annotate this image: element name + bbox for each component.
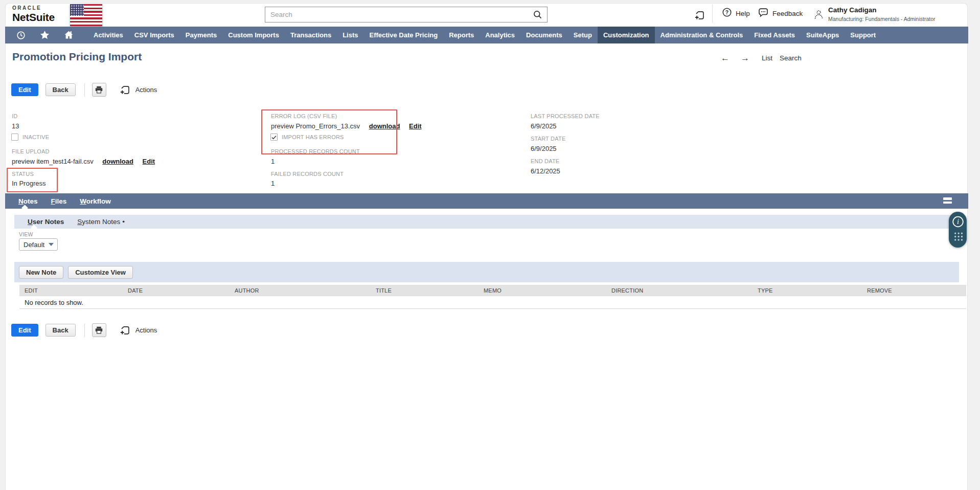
nav-item-transactions[interactable]: Transactions	[285, 27, 337, 43]
column-header-memo[interactable]: MEMO	[484, 285, 502, 296]
edit-button-bottom[interactable]: Edit	[11, 324, 38, 337]
nav-item-payments[interactable]: Payments	[180, 27, 222, 43]
search-icon[interactable]	[533, 10, 542, 19]
notes-toolbar-strip: New Note Customize View	[14, 262, 959, 282]
main-navbar: Activities CSV Imports Payments Custom I…	[5, 27, 968, 43]
column-header-date[interactable]: DATE	[128, 285, 143, 296]
nav-item-documents[interactable]: Documents	[520, 27, 568, 43]
info-icon[interactable]: i	[951, 215, 964, 230]
column-header-title[interactable]: TITLE	[376, 285, 392, 296]
tab-notes[interactable]: Notes	[18, 197, 38, 205]
actions-menu[interactable]: Actions	[120, 84, 157, 95]
global-search	[265, 7, 548, 23]
import-has-errors-label: IMPORT HAS ERRORS	[282, 134, 344, 140]
error-log-edit-link[interactable]: Edit	[409, 122, 422, 130]
feedback-menu[interactable]: Feedback	[758, 0, 803, 27]
file-upload-label: FILE UPLOAD	[12, 148, 50, 154]
shortcuts-star-icon[interactable]	[33, 27, 57, 43]
nav-item-activities[interactable]: Activities	[88, 27, 129, 43]
page-title: Promotion Pricing Import	[12, 51, 142, 63]
file-download-link[interactable]: download	[102, 158, 133, 165]
roles-icon[interactable]	[812, 8, 825, 21]
back-button-bottom[interactable]: Back	[45, 324, 76, 337]
quick-add-icon[interactable]	[693, 8, 706, 21]
user-menu[interactable]: Cathy Cadigan Manufacturing: Fundamental…	[828, 6, 936, 23]
column-header-type[interactable]: TYPE	[758, 285, 773, 296]
edit-button[interactable]: Edit	[11, 83, 38, 96]
nav-item-customization[interactable]: Customization	[598, 27, 655, 43]
actions-label: Actions	[135, 326, 157, 334]
column-header-author[interactable]: AUTHOR	[235, 285, 259, 296]
nav-item-fixed-assets[interactable]: Fixed Assets	[748, 27, 801, 43]
header-divider	[712, 5, 713, 23]
start-date-value: 6/9/2025	[531, 145, 557, 152]
netsuite-logo[interactable]: ORACLE NetSuite	[12, 6, 55, 23]
status-field-label: STATUS	[12, 171, 34, 177]
view-select-value: Default	[19, 241, 49, 249]
view-select[interactable]: Default	[19, 238, 58, 251]
nav-item-csv-imports[interactable]: CSV Imports	[129, 27, 180, 43]
document-plus-icon	[120, 84, 130, 95]
collapse-tabs-icon[interactable]	[943, 197, 952, 205]
document-plus-icon	[120, 325, 130, 336]
search-link[interactable]: Search	[780, 54, 802, 62]
content-card	[5, 3, 968, 490]
nav-item-reports[interactable]: Reports	[443, 27, 480, 43]
help-menu[interactable]: ? Help	[722, 0, 750, 27]
global-search-input[interactable]	[265, 11, 533, 18]
file-upload-value: preview item_test14-fail.csv download Ed…	[12, 158, 155, 165]
back-button[interactable]: Back	[45, 83, 76, 96]
error-log-download-link[interactable]: download	[369, 122, 400, 130]
customize-view-button[interactable]: Customize View	[68, 266, 133, 279]
import-has-errors-checkbox[interactable]	[270, 133, 278, 141]
file-edit-link[interactable]: Edit	[143, 158, 155, 165]
processed-records-label: PROCESSED RECORDS COUNT	[271, 148, 360, 154]
chevron-down-icon	[49, 243, 54, 246]
home-icon[interactable]	[57, 27, 81, 43]
netsuite-logo-text: NetSuite	[12, 12, 55, 23]
next-record-arrow-icon[interactable]: →	[741, 54, 749, 62]
failed-records-label: FAILED RECORDS COUNT	[271, 171, 344, 177]
inactive-checkbox[interactable]	[11, 133, 18, 141]
nav-item-suiteapps[interactable]: SuiteApps	[801, 27, 845, 43]
actions-menu-bottom[interactable]: Actions	[120, 325, 157, 336]
subtab-user-notes[interactable]: User Notes	[28, 218, 64, 226]
actions-label: Actions	[135, 86, 157, 94]
status-field-value: In Progress	[12, 180, 45, 187]
nav-item-custom-imports[interactable]: Custom Imports	[222, 27, 285, 43]
us-flag-image	[70, 4, 102, 26]
notes-table-header: EDIT DATE AUTHOR TITLE MEMO DIRECTION TY…	[19, 285, 966, 296]
user-role: Manufacturing: Fundamentals - Administra…	[828, 16, 936, 23]
error-log-filename: preview Promo_Errors_13.csv	[271, 122, 360, 130]
printer-icon	[95, 85, 103, 94]
tab-files[interactable]: Files	[51, 197, 67, 205]
column-header-edit[interactable]: EDIT	[25, 285, 38, 296]
record-tabbar: Notes Files Workflow	[5, 193, 968, 209]
print-button[interactable]	[92, 83, 106, 97]
previous-record-arrow-icon[interactable]: ←	[721, 54, 730, 62]
inactive-label: INACTIVE	[22, 134, 49, 140]
list-link[interactable]: List	[762, 54, 772, 62]
tab-workflow[interactable]: Workflow	[80, 197, 111, 205]
new-note-button[interactable]: New Note	[19, 266, 63, 279]
nav-item-setup[interactable]: Setup	[568, 27, 598, 43]
column-header-remove[interactable]: REMOVE	[867, 285, 892, 296]
inactive-field: INACTIVE	[11, 133, 49, 141]
nav-item-administration-controls[interactable]: Administration & Controls	[655, 27, 749, 43]
nav-item-support[interactable]: Support	[845, 27, 881, 43]
recent-records-icon[interactable]	[9, 27, 33, 43]
processed-records-value: 1	[271, 158, 275, 165]
nav-item-lists[interactable]: Lists	[337, 27, 363, 43]
end-date-value: 6/12/2025	[531, 167, 560, 175]
last-processed-date-value: 6/9/2025	[531, 122, 557, 130]
error-log-value: preview Promo_Errors_13.csv download Edi…	[271, 122, 422, 130]
subtab-system-notes[interactable]: System Notes•	[77, 218, 125, 226]
file-upload-filename: preview item_test14-fail.csv	[12, 158, 94, 165]
netsuite-app: ORACLE NetSuite ? Help	[0, 0, 980, 490]
nav-item-effective-date-pricing[interactable]: Effective Date Pricing	[363, 27, 443, 43]
nav-item-analytics[interactable]: Analytics	[480, 27, 520, 43]
grid-dots-icon[interactable]	[953, 231, 963, 241]
column-header-direction[interactable]: DIRECTION	[611, 285, 643, 296]
print-button-bottom[interactable]	[92, 323, 106, 337]
import-has-errors-field: IMPORT HAS ERRORS	[270, 133, 344, 141]
